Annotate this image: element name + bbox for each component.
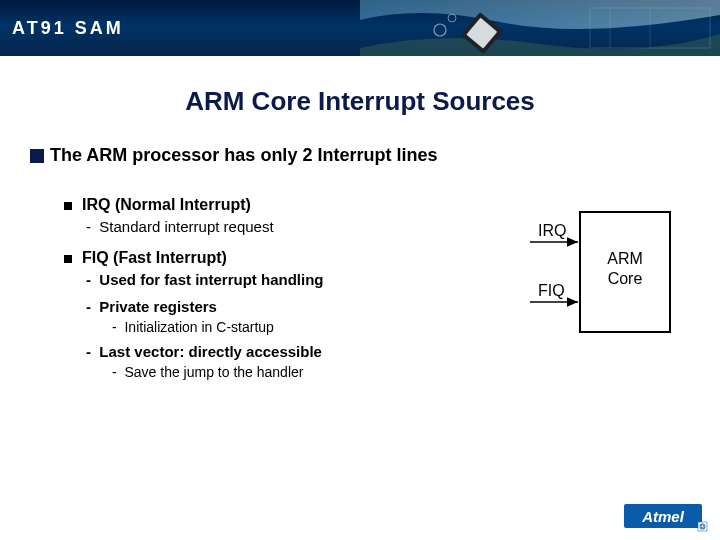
dash-text: Last vector: directly accessible — [99, 343, 322, 360]
dash-line: - Standard interrupt request — [86, 218, 490, 235]
header-band: AT91 SAM — [0, 0, 720, 56]
dash-sub-text: Initialization in C-startup — [124, 319, 273, 335]
dash-line: - Private registers — [86, 298, 490, 315]
signal-label-fiq: FIQ — [538, 282, 565, 299]
content-area: The ARM processor has only 2 Interrupt l… — [0, 117, 720, 380]
small-square-bullet-icon — [64, 202, 72, 210]
header-art-icon — [360, 0, 720, 56]
svg-text:Atmel: Atmel — [641, 508, 685, 525]
dash-line: - Used for fast interrupt handling — [86, 271, 490, 288]
square-bullet-icon — [30, 149, 44, 163]
dash-line: - Last vector: directly accessible — [86, 343, 490, 360]
signal-label-irq: IRQ — [538, 222, 566, 239]
brand-text: AT91 SAM — [12, 18, 124, 39]
dash-sub-text: Save the jump to the handler — [124, 364, 303, 380]
svg-point-0 — [434, 24, 446, 36]
slide-title: ARM Core Interrupt Sources — [0, 86, 720, 117]
svg-rect-2 — [461, 12, 503, 54]
main-bullet-text: The ARM processor has only 2 Interrupt l… — [50, 145, 437, 166]
sub-list: IRQ (Normal Interrupt) - Standard interr… — [64, 196, 490, 380]
item-title: IRQ (Normal Interrupt) — [82, 196, 251, 214]
list-item: FIQ (Fast Interrupt) — [64, 249, 490, 267]
dash-text: Private registers — [99, 298, 217, 315]
dash-sub-line: - Save the jump to the handler — [112, 364, 490, 380]
list-item: IRQ (Normal Interrupt) — [64, 196, 490, 214]
main-bullet: The ARM processor has only 2 Interrupt l… — [30, 145, 690, 166]
svg-rect-4 — [590, 8, 710, 48]
svg-text:R: R — [701, 524, 705, 530]
box-label-line2: Core — [608, 270, 643, 287]
svg-point-1 — [448, 14, 456, 22]
small-square-bullet-icon — [64, 255, 72, 263]
dash-sub-line: - Initialization in C-startup — [112, 319, 490, 335]
svg-rect-3 — [466, 18, 497, 49]
atmel-logo-icon: Atmel R — [624, 502, 708, 532]
box-label-line1: ARM — [607, 250, 643, 267]
dash-text: Used for fast interrupt handling — [99, 271, 323, 288]
item-title: FIQ (Fast Interrupt) — [82, 249, 227, 267]
arm-core-diagram: ARM Core IRQ FIQ — [490, 192, 690, 352]
dash-text: Standard interrupt request — [99, 218, 273, 235]
